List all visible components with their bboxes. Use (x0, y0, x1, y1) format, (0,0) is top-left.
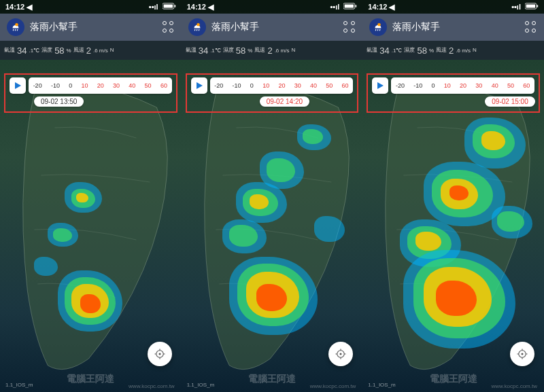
radar-echo (250, 194, 269, 209)
status-bar: 14:12 ◀ ••ıl (182, 0, 363, 14)
humid-value: 58 (54, 46, 64, 56)
radar-echo (229, 225, 258, 247)
play-button[interactable] (372, 77, 388, 94)
locate-button[interactable] (510, 342, 534, 366)
location-indicator: ◀ (27, 3, 32, 12)
status-time: 14:12 (5, 3, 24, 11)
app-title: 落雨小幫手 (211, 21, 339, 33)
svg-point-3 (15, 23, 18, 26)
radar-echo (415, 232, 441, 251)
radar-echo (267, 158, 295, 182)
screenshot-2: 14:12 ◀ ••ıl 落雨小幫手 氣溫 34 .1℃ 濕度 58 % 風速 … (182, 0, 363, 392)
weather-info-bar: 氣溫 34 .1℃ 濕度 58 % 風速 2 .6 m/s N (0, 41, 182, 60)
play-button[interactable] (10, 77, 26, 94)
app-logo-icon (369, 18, 387, 36)
watermark: 電腦王阿達 (248, 373, 296, 385)
location-indicator: ◀ (389, 3, 394, 12)
watermark-url: www.kocpc.com.tw (310, 383, 356, 389)
signal-icon: ••ıl (149, 3, 158, 11)
version-text: 1.1_IOS_m (368, 382, 395, 388)
screenshot-3: 14:12 ◀ ••ıl 落雨小幫手 氣溫 34 .1℃ 濕度 58 % 風速 … (362, 0, 544, 392)
svg-point-5 (158, 353, 160, 355)
status-bar: 14:12 ◀ ••ıl (0, 0, 182, 14)
taiwan-outline (0, 73, 182, 386)
version-text: 1.1_IOS_m (187, 382, 214, 388)
time-indicator[interactable]: 09-02 15:00 (485, 96, 534, 107)
svg-rect-1 (163, 5, 172, 8)
app-header: 落雨小幫手 (362, 14, 544, 41)
wind-label: 風速 (73, 48, 84, 53)
radar-echo (481, 131, 505, 150)
svg-point-9 (197, 23, 200, 26)
radar-echo (34, 257, 58, 276)
radar-echo (314, 216, 345, 242)
time-indicator[interactable]: 09-02 14:20 (260, 96, 309, 107)
signal-icon: ••ıl (330, 3, 339, 11)
radar-echo (53, 228, 72, 242)
radar-echo (76, 193, 88, 202)
radar-echo (80, 294, 101, 313)
svg-point-15 (378, 23, 381, 26)
temp-value: 34 (17, 46, 27, 56)
screenshot-1: 14:12 ◀ ••ıl 落雨小幫手 氣溫 34 .1℃ 濕度 58 % 風速 … (0, 0, 182, 392)
dir-label: N (110, 48, 114, 53)
svg-point-17 (521, 353, 523, 355)
radar-echo (256, 284, 287, 311)
status-bar: 14:12 ◀ ••ıl (362, 0, 544, 14)
app-header: 落雨小幫手 (0, 14, 182, 41)
svg-rect-7 (345, 5, 354, 8)
timeline-slider[interactable]: -20 -10 0 10 20 30 40 50 60 (210, 77, 354, 94)
radar-echo (303, 129, 323, 144)
svg-rect-13 (526, 5, 535, 8)
svg-point-11 (340, 353, 342, 355)
weather-info-bar: 氣溫 34 .1℃ 濕度 58 % 風速 2 .6 m/s N (182, 41, 363, 60)
timeline-slider[interactable]: -20 -10 0 10 20 30 40 50 60 (29, 77, 172, 94)
svg-rect-8 (356, 5, 357, 7)
location-indicator: ◀ (208, 3, 214, 12)
app-title: 落雨小幫手 (392, 21, 520, 33)
play-button[interactable] (191, 77, 207, 94)
battery-icon (163, 3, 176, 11)
locate-button[interactable] (148, 342, 172, 366)
watermark: 電腦王阿達 (430, 373, 477, 385)
radar-echo (497, 211, 524, 232)
weather-info-bar: 氣溫 34 .1℃ 濕度 58 % 風速 2 .6 m/s N (362, 41, 544, 60)
signal-icon: ••ıl (511, 3, 521, 11)
app-header: 落雨小幫手 (182, 14, 363, 41)
app-title: 落雨小幫手 (30, 21, 157, 33)
timeline-slider[interactable]: -20 -10 0 10 20 30 40 50 60 (391, 77, 534, 94)
status-time: 14:12 (187, 3, 206, 11)
svg-rect-2 (174, 5, 175, 7)
menu-button[interactable] (343, 21, 356, 33)
watermark-url: www.kocpc.com.tw (129, 383, 175, 389)
temp-label: 氣溫 (4, 48, 15, 53)
menu-button[interactable] (525, 21, 537, 33)
watermark: 電腦王阿達 (67, 373, 114, 385)
wind-value: 2 (86, 46, 91, 56)
version-text: 1.1_IOS_m (5, 382, 33, 388)
app-logo-icon (188, 18, 206, 36)
battery-icon (525, 3, 539, 11)
watermark-url: www.kocpc.com.tw (491, 383, 537, 389)
humid-label: 濕度 (41, 48, 52, 53)
battery-icon (343, 3, 357, 11)
menu-button[interactable] (163, 21, 175, 33)
radar-echo (449, 185, 469, 200)
svg-rect-14 (537, 5, 538, 7)
time-indicator[interactable]: 09-02 13:50 (34, 96, 84, 107)
status-time: 14:12 (368, 3, 387, 11)
app-logo-icon (7, 18, 24, 36)
